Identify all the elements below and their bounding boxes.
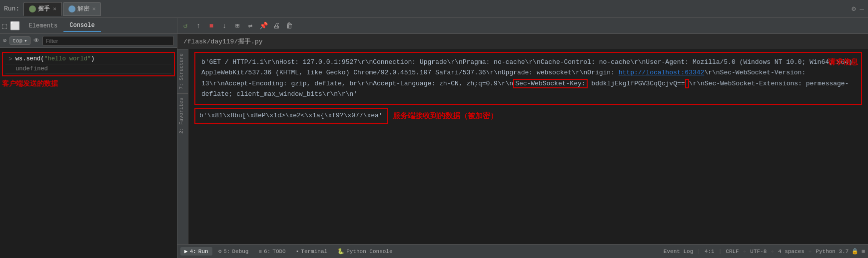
console-prompt: >	[8, 55, 12, 63]
file-path: /flask/day119/握手.py	[177, 34, 868, 49]
top-label: top	[12, 38, 22, 44]
top-bar-icons: ⚙ —	[852, 4, 864, 13]
run-tab-icon: ▶	[184, 248, 188, 255]
trash-btn[interactable]: 🗑	[283, 20, 295, 32]
terminal-tab-icon: ▪	[296, 249, 299, 255]
code-paren-close: )	[91, 55, 94, 62]
ws-key-highlight: Sec-WebSocket-Key:	[513, 79, 587, 88]
encrypted-data-text: b'\x81\x8bu[\x8eP\x1d>\xe2<\x1a{\xf9?\x0…	[199, 112, 383, 119]
bottom-bar: ▶ 4: Run ⚙ 5: Debug ≡ 6: TODO ▪ Terminal…	[177, 244, 868, 258]
left-panel: ⬚ ⬜ Elements Console ⊘ top ▾ 👁 >	[0, 18, 177, 258]
chevron-down-icon: ▾	[24, 37, 27, 44]
lock-icon: 🔒	[852, 248, 859, 255]
debug-tab-number: 5:	[223, 249, 230, 255]
http-line3: bddkljEkglfPGV3CqQcjvQ==	[588, 80, 685, 87]
structure-label[interactable]: 7: Structure	[177, 49, 188, 93]
console-undefined: undefined	[15, 65, 48, 72]
encrypted-data-box: b'\x81\x8bu[\x8eP\x1d>\xe2<\x1a{\xf9?\x0…	[194, 108, 388, 124]
debug-tab[interactable]: ⚙ 5: Debug	[214, 247, 253, 256]
python-console-label: Python Console	[346, 249, 392, 255]
encrypted-data-row: b'\x81\x8bu[\x8eP\x1d>\xe2<\x1a{\xf9?\x0…	[194, 108, 862, 124]
minimize-icon[interactable]: —	[860, 5, 864, 13]
stop-btn[interactable]: ■	[205, 20, 217, 32]
indent-info[interactable]: 4 spaces	[778, 249, 805, 255]
client-send-annotation: 客户端发送的数据	[2, 80, 58, 88]
console-entry-undefined: undefined	[5, 64, 171, 74]
localhost-link[interactable]: http://localhost:63342	[619, 69, 705, 76]
divider2: |	[719, 249, 722, 255]
tab-elements[interactable]: Elements	[23, 20, 64, 31]
code-hello-world: "hello world"	[44, 55, 91, 62]
code-ws-send: ws.send(	[15, 55, 44, 62]
divider3: ÷	[743, 249, 747, 255]
vertical-sidebar: 7: Structure 2: Favorites	[177, 49, 188, 244]
encrypted-data-label: 服务端接收到的数据（被加密）	[393, 110, 498, 122]
language-info[interactable]: Python 3.7	[816, 249, 849, 255]
run-tab[interactable]: ▶ 4: Run	[180, 247, 212, 256]
terminal-tab[interactable]: ▪ Terminal	[292, 248, 331, 256]
divider4: ÷	[771, 249, 774, 255]
main-area: ⬚ ⬜ Elements Console ⊘ top ▾ 👁 >	[0, 18, 868, 258]
favorites-label[interactable]: 2: Favorites	[177, 93, 188, 138]
http-request-block: b'GET / HTTP/1.1\r\nHost: 127.0.0.1:9527…	[194, 52, 862, 105]
divider1: |	[697, 249, 701, 255]
top-selector[interactable]: top ▾	[9, 36, 30, 45]
request-info-label-container: 请求信息	[828, 56, 858, 68]
scroll-down-btn[interactable]: ↓	[218, 20, 230, 32]
ide-toolbar: ↺ ↑ ■ ↓ ⊞ ⇌ 📌 🖨 🗑	[177, 18, 868, 34]
console-code-block: > ws.send("hello world") undefined	[2, 52, 175, 76]
run-label: Run:	[4, 5, 19, 12]
tab-握手-close[interactable]: ✕	[53, 5, 56, 12]
git-icon: ⊞	[862, 248, 865, 255]
tab-解密[interactable]: 解密 ✕	[63, 2, 101, 16]
debug-tab-icon: ⚙	[218, 248, 222, 255]
tab-握手[interactable]: 握手 ✕	[23, 2, 62, 16]
code-output: b'GET / HTTP/1.1\r\nHost: 127.0.0.1:9527…	[188, 49, 868, 244]
print-btn[interactable]: 🖨	[270, 20, 282, 32]
request-info-label: 请求信息	[828, 57, 858, 66]
tab-握手-label: 握手	[38, 4, 50, 13]
stop-icon[interactable]: ⊘	[3, 37, 6, 44]
eye-icon[interactable]: 👁	[33, 37, 39, 44]
filter-input[interactable]	[42, 36, 174, 46]
encoding-info[interactable]: UTF-8	[750, 249, 767, 255]
position-info: 4:1	[705, 249, 715, 255]
tab-解密-label: 解密	[77, 4, 89, 13]
todo-tab-icon: ≡	[258, 249, 262, 255]
ide-main: ↺ ↑ ■ ↓ ⊞ ⇌ 📌 🖨 🗑 /flask/day119/握手.py 7:…	[177, 18, 868, 258]
python-console-icon: 🐍	[337, 248, 344, 255]
bookmark-pin-btn[interactable]: 📌	[257, 20, 269, 32]
line-ending-info[interactable]: CRLF	[726, 249, 739, 255]
devtools-toolbar: ⬚ ⬜ Elements Console	[0, 18, 177, 34]
event-log-link[interactable]: Event Log	[664, 249, 693, 255]
http-request-content: b'GET / HTTP/1.1\r\nHost: 127.0.0.1:9527…	[194, 52, 862, 105]
bottom-status-info: Event Log | 4:1 | CRLF ÷ UTF-8 ÷ 4 space…	[664, 248, 865, 255]
scroll-up-btn[interactable]: ↑	[192, 20, 204, 32]
todo-tab-number: 6:	[264, 249, 270, 255]
top-bar: Run: 握手 ✕ 解密 ✕ ⚙ —	[0, 0, 868, 18]
rerun-btn[interactable]: ↺	[179, 20, 191, 32]
todo-tab-label: TODO	[272, 249, 285, 255]
console-entry-ws: > ws.send("hello world")	[5, 54, 171, 64]
code-area-wrapper: 7: Structure 2: Favorites b'GET / HTTP/1…	[177, 49, 868, 244]
run-tab-number: 4:	[190, 249, 196, 255]
pin-btn[interactable]: ⊞	[231, 20, 243, 32]
left-annotation-area: > ws.send("hello world") undefined 客户端发送…	[0, 50, 177, 90]
python-icon-green	[29, 5, 36, 12]
settings-icon[interactable]: ⚙	[852, 4, 856, 13]
python-console-tab[interactable]: 🐍 Python Console	[333, 247, 396, 256]
cursor-icon[interactable]: ⬚	[2, 21, 7, 31]
console-filter-bar: ⊘ top ▾ 👁	[0, 34, 177, 48]
console-code: ws.send("hello world")	[15, 55, 94, 62]
ws-key-value-highlight	[685, 79, 689, 88]
tab-解密-close[interactable]: ✕	[92, 5, 96, 12]
align-btn[interactable]: ⇌	[244, 20, 256, 32]
divider5: ÷	[809, 249, 812, 255]
console-content: > ws.send("hello world") undefined 客户端发送…	[0, 48, 177, 258]
run-tab-label: Run	[198, 249, 208, 255]
tab-console[interactable]: Console	[63, 20, 100, 32]
device-icon[interactable]: ⬜	[10, 21, 20, 31]
todo-tab[interactable]: ≡ 6: TODO	[254, 248, 289, 256]
debug-tab-label: Debug	[232, 249, 248, 255]
terminal-tab-label: Terminal	[301, 249, 327, 255]
